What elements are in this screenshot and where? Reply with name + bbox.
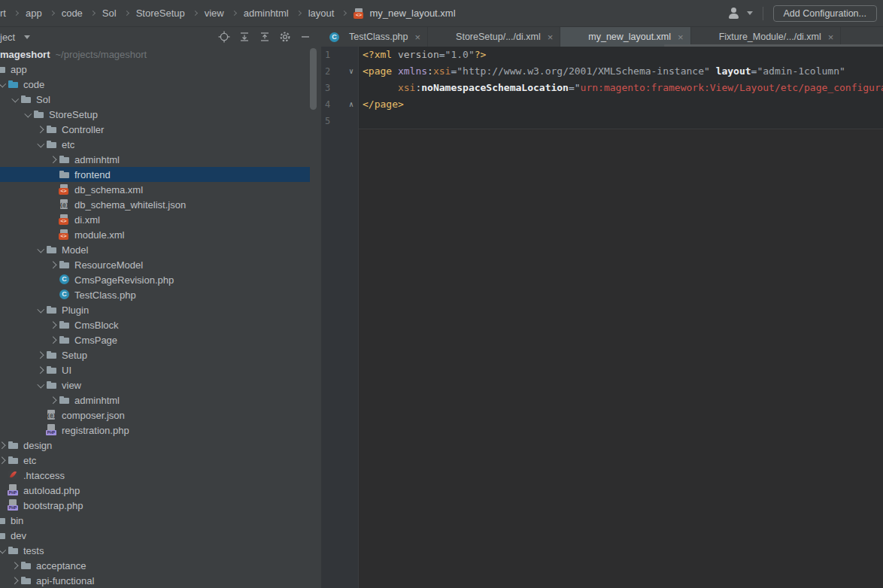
tree-row[interactable]: design [0, 438, 321, 453]
settings-gear-icon[interactable] [279, 31, 291, 43]
tree-row[interactable]: acceptance [0, 558, 321, 573]
tree-chevron-icon[interactable] [48, 395, 59, 405]
breadcrumb-item[interactable]: app [26, 8, 42, 19]
tree-chevron-icon[interactable] [35, 139, 46, 150]
tree-chevron-icon[interactable] [35, 350, 46, 360]
code-editor[interactable]: 1 2 3 4 5 <?xml version="1.0"?> <page xm… [321, 47, 883, 588]
tree-row[interactable]: etc [0, 137, 321, 152]
tree-row[interactable]: autoload.php [0, 483, 321, 498]
code-area[interactable]: <?xml version="1.0"?> <page xmlns:xsi="h… [363, 47, 883, 588]
tree-row[interactable]: registration.php [0, 423, 321, 438]
tree-row[interactable]: db_schema.xml [0, 182, 321, 197]
tree-row[interactable]: TestClass.php [0, 287, 321, 302]
tree-chevron-icon[interactable] [0, 79, 8, 89]
tree-chevron-icon[interactable] [48, 259, 59, 270]
locate-file-icon[interactable] [218, 31, 230, 43]
tree-chevron-icon[interactable] [0, 440, 8, 450]
tab-scrollbar-thumb[interactable] [664, 44, 883, 47]
breadcrumb-item[interactable]: rt [0, 8, 6, 19]
close-icon[interactable]: × [678, 32, 684, 42]
tab-testclass-php[interactable]: TestClass.php × [321, 27, 428, 47]
tree-row[interactable]: code [0, 77, 321, 92]
tree-row[interactable]: api-functional [0, 573, 321, 588]
tree-chevron-icon[interactable] [35, 380, 46, 390]
close-icon[interactable]: × [548, 32, 554, 42]
tree-chevron-icon[interactable] [48, 289, 59, 300]
tree-row[interactable]: CmsBlock [0, 317, 321, 332]
tree-chevron-icon[interactable] [0, 485, 8, 496]
tree-row[interactable]: bootstrap.php [0, 498, 321, 513]
breadcrumb-item[interactable]: code [62, 8, 83, 19]
tree-row[interactable]: ResourceModel [0, 257, 321, 272]
tree-row[interactable]: StoreSetup [0, 107, 321, 122]
breadcrumb-item[interactable]: Sol [102, 8, 117, 19]
tree-chevron-icon[interactable] [35, 410, 46, 420]
tree-chevron-icon[interactable] [48, 154, 59, 165]
tree-row[interactable]: adminhtml [0, 393, 321, 408]
fold-open-icon[interactable] [347, 63, 356, 80]
breadcrumb-item[interactable]: layout [308, 8, 335, 19]
tree-row[interactable]: .htaccess [0, 468, 321, 483]
expand-all-icon[interactable] [238, 31, 250, 43]
fold-close-icon[interactable] [347, 96, 356, 113]
tree-row[interactable]: etc [0, 453, 321, 468]
tree-row[interactable]: CmsPageRevision.php [0, 272, 321, 287]
tree-row[interactable]: Setup [0, 347, 321, 362]
tree-chevron-icon[interactable] [23, 109, 33, 120]
tree-chevron-icon[interactable] [10, 575, 20, 586]
tree-row[interactable]: Sol [0, 92, 321, 107]
tree-row[interactable]: di.xml [0, 212, 321, 227]
tree-chevron-icon[interactable] [10, 94, 20, 105]
breadcrumb-item[interactable]: adminhtml [244, 8, 289, 19]
tree-chevron-icon[interactable] [48, 335, 59, 345]
tree-chevron-icon[interactable] [48, 229, 59, 240]
tree-chevron-icon[interactable] [35, 365, 46, 375]
tree-row[interactable]: UI [0, 362, 321, 377]
tree-row[interactable]: Plugin [0, 302, 321, 317]
tree-row[interactable]: composer.json [0, 408, 321, 423]
tree-chevron-icon[interactable] [35, 305, 46, 315]
tree-chevron-icon[interactable] [0, 545, 8, 556]
tree-chevron-icon[interactable] [10, 560, 20, 571]
breadcrumb-item-current[interactable]: my_new_layout.xml [369, 8, 455, 19]
tree-root-row[interactable]: mageshort ~/projects/mageshort [0, 47, 321, 62]
tree-chevron-icon[interactable] [35, 244, 46, 255]
tree-chevron-icon[interactable] [0, 455, 8, 465]
tab-storesetup-di-xml[interactable]: StoreSetup/.../di.xml × [428, 27, 560, 47]
hide-panel-icon[interactable] [299, 31, 311, 43]
tree-row[interactable]: Model [0, 242, 321, 257]
tree-row[interactable]: bin [0, 513, 321, 528]
user-icon[interactable] [727, 8, 740, 19]
tree-row[interactable]: db_schema_whitelist.json [0, 197, 321, 212]
tree-row[interactable]: module.xml [0, 227, 321, 242]
tree-chevron-icon[interactable] [48, 214, 59, 225]
tree-row[interactable]: view [0, 377, 321, 393]
tree-chevron-icon[interactable] [35, 124, 46, 135]
tree-chevron-icon[interactable] [0, 470, 8, 480]
tree-row[interactable]: CmsPage [0, 332, 321, 347]
breadcrumb-item[interactable]: StoreSetup [136, 8, 185, 19]
chevron-down-icon[interactable] [24, 35, 30, 39]
line-number: 5 [325, 113, 330, 129]
tree-chevron-icon[interactable] [48, 320, 59, 330]
tree-scrollbar-thumb[interactable] [310, 48, 317, 110]
tree-chevron-icon[interactable] [48, 184, 59, 195]
tree-row[interactable]: Controller [0, 122, 321, 137]
tree-row[interactable]: frontend [0, 167, 310, 182]
tree-row[interactable]: app [0, 62, 321, 77]
tree-row[interactable]: tests [0, 543, 321, 558]
tree-chevron-icon[interactable] [0, 500, 8, 511]
tree-row[interactable]: adminhtml [0, 152, 321, 167]
tree-row[interactable]: dev [0, 528, 321, 543]
close-icon[interactable]: × [415, 32, 421, 42]
collapse-all-icon[interactable] [259, 31, 271, 43]
tree-chevron-icon[interactable] [48, 169, 59, 180]
project-dropdown-label[interactable]: ject [0, 32, 15, 43]
close-icon[interactable]: × [828, 32, 834, 42]
breadcrumb-item[interactable]: view [205, 8, 224, 19]
add-configuration-button[interactable]: Add Configuration... [773, 5, 878, 22]
tree-chevron-icon[interactable] [48, 199, 59, 210]
tree-chevron-icon[interactable] [35, 425, 46, 435]
chevron-down-icon[interactable] [747, 11, 753, 15]
tree-chevron-icon[interactable] [48, 274, 59, 285]
